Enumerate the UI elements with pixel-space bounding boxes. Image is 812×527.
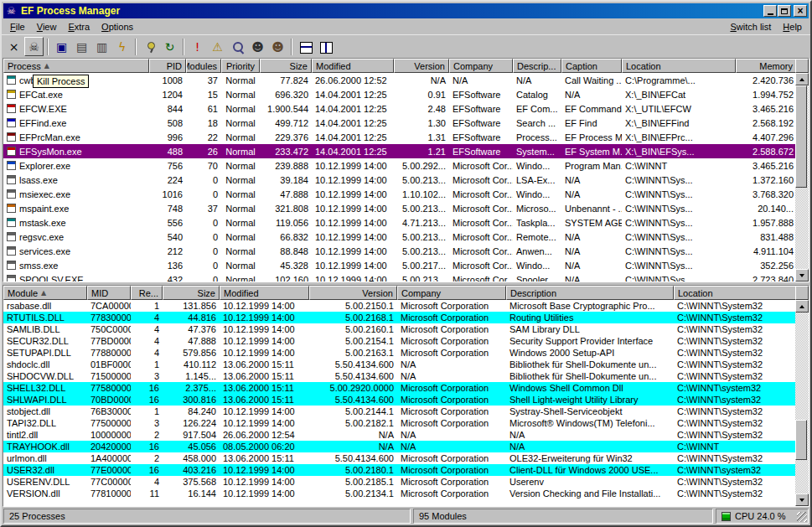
save-button[interactable]: ▣ bbox=[52, 37, 71, 56]
column-header-company[interactable]: Company bbox=[397, 286, 506, 300]
column-header-pid[interactable]: PID bbox=[149, 59, 186, 73]
column-header-module[interactable]: Module▲ bbox=[3, 286, 87, 300]
process-scrollbar[interactable] bbox=[795, 59, 809, 282]
process-row[interactable]: EFPrcMan.exe99622Normal229.37614.04.2001… bbox=[3, 130, 795, 144]
cell: 1.900.544 bbox=[260, 101, 312, 116]
cell: Microsoft Corporation bbox=[397, 488, 506, 499]
module-scroll-down-button[interactable] bbox=[795, 493, 809, 506]
menu-extra[interactable]: Extra bbox=[62, 20, 96, 34]
cell: 136 bbox=[149, 258, 186, 272]
column-header-modified[interactable]: Modified bbox=[312, 59, 394, 73]
module-row[interactable]: USER32.dll77E0000016403.21610.12.1999 14… bbox=[3, 464, 795, 476]
process-scroll-down-button[interactable] bbox=[795, 269, 809, 282]
process-row[interactable]: regsvc.exe5400Normal66.83210.12.1999 14:… bbox=[3, 230, 795, 244]
close-window-button[interactable]: × bbox=[4, 37, 23, 56]
lightning-button[interactable]: ϟ bbox=[112, 37, 132, 56]
cell: 5.00.292... bbox=[394, 158, 449, 173]
column-header-modified[interactable]: Modified bbox=[220, 286, 309, 300]
module-row[interactable]: SHLWAPI.DLL70BD000016300.81613.06.2000 1… bbox=[3, 394, 795, 406]
module-row[interactable]: TRAYHOOK.dll204200001645.05608.05.2000 0… bbox=[3, 441, 795, 452]
cell: LSA-Ex... bbox=[513, 173, 561, 187]
module-row[interactable]: TAPI32.DLL775000003126.22410.12.1999 14:… bbox=[3, 417, 795, 429]
menu-options[interactable]: Options bbox=[96, 20, 139, 34]
maximize-button[interactable] bbox=[778, 5, 791, 17]
column-header-size[interactable]: Size bbox=[260, 59, 312, 73]
properties-button[interactable]: ▥ bbox=[92, 37, 111, 56]
module-row[interactable]: VERSION.dll778100001116.14410.12.1999 14… bbox=[3, 488, 795, 499]
column-header-process[interactable]: Process▲ bbox=[3, 59, 149, 73]
cell: 13.06.2000 15:11 bbox=[220, 452, 309, 464]
module-row[interactable]: USERENV.DLL77C000004375.56810.12.1999 14… bbox=[3, 476, 795, 488]
warning-button[interactable]: ⚠ bbox=[208, 37, 227, 56]
copy-button[interactable]: ▤ bbox=[72, 37, 91, 56]
module-row[interactable]: SETUPAPI.DLL778800004579.85610.12.1999 1… bbox=[3, 347, 795, 359]
process-row[interactable]: lsass.exe2240Normal39.18410.12.1999 14:0… bbox=[3, 173, 795, 187]
close-button[interactable]: × bbox=[794, 5, 807, 17]
column-header-version[interactable]: Version bbox=[309, 286, 397, 300]
module-row[interactable]: SAMLIB.DLL750C0000447.37610.12.1999 14:0… bbox=[3, 323, 795, 335]
menu-switch-list[interactable]: Switch list bbox=[724, 20, 777, 34]
column-header-caption[interactable]: Caption bbox=[561, 59, 622, 73]
process-row[interactable]: EFCat.exe120415Normal696.32014.04.2001 1… bbox=[3, 87, 795, 101]
process-row[interactable]: EFSysMon.exe48826Normal233.47214.04.2001… bbox=[3, 144, 795, 158]
process-spy-button[interactable]: ☻ bbox=[248, 37, 267, 56]
toolbar-separator bbox=[183, 39, 184, 55]
module-scroll-up-button[interactable] bbox=[795, 300, 809, 313]
process-row[interactable]: mstask.exe5560Normal119.05610.12.1999 14… bbox=[3, 215, 795, 230]
column-header-location[interactable]: Location bbox=[622, 59, 736, 73]
search-button[interactable] bbox=[228, 37, 247, 56]
cell: Microsoft Corporation bbox=[397, 406, 506, 417]
cell: stobject.dll bbox=[3, 406, 87, 417]
alert-button[interactable]: ! bbox=[188, 37, 207, 56]
column-header-size[interactable]: Size bbox=[163, 286, 220, 300]
module-scroll-track[interactable] bbox=[795, 313, 809, 493]
app-icon[interactable]: ☠ bbox=[5, 5, 18, 17]
process-row[interactable]: services.exe2120Normal88.84810.12.1999 1… bbox=[3, 244, 795, 258]
kill-process-button[interactable]: ☠ bbox=[24, 37, 44, 56]
pin-button[interactable] bbox=[140, 37, 159, 56]
module-row[interactable]: tintl2.dll100000002917.50426.06.2000 12:… bbox=[3, 429, 795, 441]
module-row[interactable]: stobject.dll76B30000184.24010.12.1999 14… bbox=[3, 406, 795, 417]
process-row[interactable]: cwbsvcs.exe100837Normal77.82426.06.2000 … bbox=[3, 73, 795, 87]
process-scroll-thumb[interactable] bbox=[795, 85, 807, 188]
module-row[interactable]: SHDOCVW.DLL7150000031.145...13.06.2000 1… bbox=[3, 370, 795, 382]
column-header-description[interactable]: Description bbox=[506, 286, 674, 300]
process-row[interactable]: SPOOLSV.EXE4320Normal102.16010.12.1999 1… bbox=[3, 272, 795, 282]
column-header-company[interactable]: Company bbox=[449, 59, 513, 73]
cell: 01BF0000 bbox=[87, 359, 131, 370]
module-row[interactable]: SECUR32.DLL77BD0000447.88810.12.1999 14:… bbox=[3, 335, 795, 347]
minimize-button[interactable] bbox=[763, 5, 777, 17]
process-row[interactable]: Explorer.exe75670Normal239.88810.12.1999… bbox=[3, 158, 795, 173]
column-header-priority[interactable]: Priority bbox=[221, 59, 260, 73]
column-header-mid[interactable]: MID bbox=[87, 286, 131, 300]
process-scroll-up-button[interactable] bbox=[795, 73, 809, 85]
process-row[interactable]: smss.exe1360Normal45.32810.12.1999 14:00… bbox=[3, 258, 795, 272]
column-header-memory[interactable]: Memory bbox=[736, 59, 795, 73]
menu-view[interactable]: View bbox=[31, 20, 63, 34]
module-scroll-thumb[interactable] bbox=[795, 420, 807, 460]
module-row[interactable]: SHELL32.DLL77580000162.375...13.06.2000 … bbox=[3, 382, 795, 394]
process-row[interactable]: EFCW.EXE84461Normal1.900.54414.04.2001 1… bbox=[3, 101, 795, 116]
process-row[interactable]: msiexec.exe10160Normal47.88810.12.1999 1… bbox=[3, 187, 795, 201]
horizontal-split-button[interactable] bbox=[296, 37, 315, 56]
refresh-button[interactable]: ↻ bbox=[160, 37, 179, 56]
resize-grip[interactable] bbox=[797, 512, 807, 522]
menu-help[interactable]: Help bbox=[777, 20, 808, 34]
column-header-re[interactable]: Re... bbox=[131, 286, 163, 300]
column-header-version[interactable]: Version bbox=[394, 59, 449, 73]
process-scroll-track[interactable] bbox=[795, 85, 809, 269]
column-header-descrip[interactable]: Descrip... bbox=[513, 59, 561, 73]
process-row[interactable]: EFFind.exe50818Normal499.71214.04.2001 1… bbox=[3, 116, 795, 130]
column-header-modules[interactable]: Modules bbox=[186, 59, 221, 73]
module-row[interactable]: rsabase.dll7CA000001131.85610.12.1999 14… bbox=[3, 300, 795, 312]
module-scrollbar[interactable] bbox=[795, 286, 809, 506]
title-bar[interactable]: ☠ EF Process Manager × bbox=[3, 3, 809, 18]
module-row[interactable]: urlmon.dll1A4000002458.00013.06.2000 15:… bbox=[3, 452, 795, 464]
menu-file[interactable]: File bbox=[4, 20, 31, 34]
module-row[interactable]: shdoclc.dll01BF00001410.11213.06.2000 15… bbox=[3, 359, 795, 370]
vertical-split-button[interactable] bbox=[316, 37, 335, 56]
column-header-location[interactable]: Location bbox=[674, 286, 795, 300]
module-spy-button[interactable]: ☻ bbox=[268, 37, 287, 56]
module-row[interactable]: RTUTILS.DLL77830000444.81610.12.1999 14:… bbox=[3, 312, 795, 323]
process-row[interactable]: mspaint.exe74837Normal321.80810.12.1999 … bbox=[3, 201, 795, 215]
